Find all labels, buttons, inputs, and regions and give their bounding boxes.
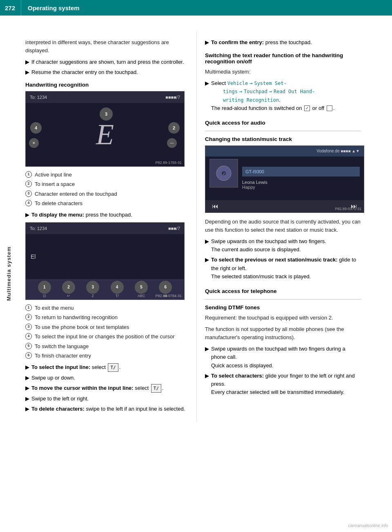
bullet-arrow-icon: ▶: [205, 345, 209, 353]
radio-top-text: Vodafone.de ■■■■ ▲▼: [316, 149, 360, 153]
bullet-arrow-icon: ▶: [205, 238, 209, 246]
hw-btn-x: ✕: [29, 138, 39, 148]
bullet-swipe-upwards: ▶ Swipe upwards on the touchpad with two…: [205, 237, 361, 254]
bullet-display-menu: ▶ To display the menu: press the touchpa…: [25, 211, 189, 219]
bullet-select-prev-next: ▶ To select the previous or next station…: [205, 256, 361, 280]
quick-access-audio-heading: Quick access for audio: [205, 120, 361, 126]
handwriting-image-2: To: 1234 ■■■/7 El 1 ⊡ 2 ↩ 3 Z: [25, 222, 185, 300]
num-item-1: 1 Active input line: [25, 171, 189, 179]
hw-btn-dash: —: [167, 138, 177, 148]
sidebar-label: Multimedia system: [6, 246, 12, 301]
bullet-arrow-icon: ▶: [25, 384, 29, 392]
bullet-swipe-up-down: ▶ Swipe up or down.: [25, 374, 189, 382]
radio-artist: Leona Lewis: [242, 180, 360, 185]
bullet-arrow-icon: ▶: [25, 69, 29, 76]
station-description: Depending on the audio source that is cu…: [205, 218, 361, 234]
num-item-2-5: 5 To switch the language: [25, 342, 189, 351]
bullet-character-suggestions: ▶ If character suggestions are shown, tu…: [25, 58, 189, 66]
handwriting-image-1: To: 1234 ■■■■/7 4 ✕ 3 E 2 — P82.89-1765-…: [25, 91, 185, 167]
radio-body: ♪ GT-I9300 Leona Lewis Happy: [205, 156, 364, 200]
hw-btn-4: 4: [30, 122, 42, 134]
inline-button-t1: T/: [108, 363, 118, 372]
num-item-4: 4 To delete characters: [25, 199, 189, 208]
quick-access-audio-section: Quick access for audio: [205, 120, 361, 131]
text-reader-section: Switching the text reader function of th…: [205, 52, 361, 112]
hw2-btn-5: 5: [135, 281, 148, 294]
radio-image-label: P82.89-0371-31: [335, 207, 361, 211]
checkbox-on: [304, 105, 310, 111]
num-item-2-6: 6 To finish character entry: [25, 352, 189, 360]
num-item-2-2: 2 To return to handwriting recognition: [25, 313, 189, 322]
svg-text:♪: ♪: [223, 170, 225, 176]
watermark: carmanualsonline.info: [348, 523, 388, 528]
inline-button-t2: T/: [151, 384, 161, 393]
changing-station-heading: Changing the station/music track: [205, 136, 361, 142]
bullet-select-menu-path: ▶ Select Vehicle → System Set- tings → T…: [205, 79, 361, 112]
radio-station-text: GT-I9300: [245, 169, 264, 174]
handwriting-heading: Handwriting recognition: [25, 82, 189, 88]
radio-album-art: ♪: [209, 159, 238, 188]
hw2-top-bar: To: 1234 ■■■/7: [26, 223, 184, 234]
hw2-btn-6: 6: [159, 281, 172, 294]
hw2-btn-2: 2: [62, 281, 75, 294]
main-content: interpreted in different ways, these cha…: [21, 31, 392, 422]
bullet-swipe-phone-call: ▶ Swipe upwards on the touchpad with two…: [205, 345, 361, 369]
sending-dtmf-section: Sending DTMF tones Requirement: the touc…: [205, 304, 361, 396]
quick-access-telephone-section: Quick access for telephone: [205, 288, 361, 300]
page-number: 272: [0, 0, 21, 16]
hw-btn-2: 2: [168, 122, 180, 134]
right-column: ▶ To confirm the entry: press the touchp…: [197, 31, 368, 422]
bullet-arrow-icon: ▶: [205, 80, 209, 87]
left-column: interpreted in different ways, these cha…: [21, 31, 197, 422]
hw-body: 4 ✕ 3 E 2 —: [26, 103, 184, 166]
page-title: Operating system: [21, 4, 80, 11]
bullet-arrow-icon: ▶: [205, 256, 209, 264]
hw-letter: E: [96, 118, 114, 152]
hw2-body: El: [26, 234, 184, 279]
hw2-btn-4: 4: [111, 281, 124, 294]
sidebar: Multimedia system: [0, 16, 17, 532]
checkbox-off: [327, 105, 332, 111]
radio-top-bar: Vodafone.de ■■■■ ▲▼: [205, 146, 364, 156]
num-item-2-3: 3 To use the phone book or text template…: [25, 323, 189, 331]
hw-left-buttons: 4 ✕: [26, 103, 46, 166]
num-item-2-1: 1 To exit the menu: [25, 304, 189, 312]
radio-info: GT-I9300 Leona Lewis Happy: [242, 159, 360, 198]
num-item-3: 3 Character entered on the touchpad: [25, 190, 189, 198]
bullet-arrow-icon: ▶: [25, 395, 29, 403]
bullet-arrow-icon: ▶: [25, 211, 29, 219]
bullet-arrow-icon: ▶: [205, 39, 209, 47]
num-item-2: 2 To insert a space: [25, 180, 189, 188]
dtmf-description: The function is not supported by all mob…: [205, 325, 361, 342]
audio-divider: [205, 131, 361, 131]
bullet-select-input-line: ▶ To select the input line: select T/.: [25, 363, 189, 372]
bullet-delete-chars: ▶ To delete characters: swipe to the lef…: [25, 405, 189, 413]
bullet-arrow-icon: ▶: [25, 405, 29, 413]
hw-btn-3: 3: [100, 107, 113, 121]
bullet-confirm-entry: ▶ To confirm the entry: press the touchp…: [205, 38, 361, 47]
hw-main-area: 3 E: [46, 103, 164, 166]
hw2-btn-1: 1: [38, 281, 51, 294]
changing-station-section: Changing the station/music track Vodafon…: [205, 136, 361, 281]
bullet-select-characters: ▶ To select characters: glide your finge…: [205, 372, 361, 396]
radio-image: Vodafone.de ■■■■ ▲▼ ♪ GT-I9300: [205, 145, 364, 213]
hw-image-label-1: P82.89-1765-31: [155, 161, 182, 165]
bullet-resume-character: ▶ Resume the character entry on the touc…: [25, 68, 189, 76]
sending-dtmf-heading: Sending DTMF tones: [205, 304, 361, 311]
radio-song: Happy: [242, 185, 360, 190]
header-bar: 272 Operating system: [0, 0, 392, 16]
text-reader-heading: Switching the text reader function of th…: [205, 52, 361, 65]
radio-station-bar: GT-I9300: [242, 167, 360, 177]
bullet-arrow-icon: ▶: [205, 372, 209, 380]
bullet-arrow-icon: ▶: [25, 58, 29, 66]
quick-access-telephone-heading: Quick access for telephone: [205, 288, 361, 294]
bullet-swipe-left-right: ▶ Swipe to the left or right.: [25, 395, 189, 403]
bullet-arrow-icon: ▶: [25, 364, 29, 371]
intro-text: interpreted in different ways, these cha…: [25, 38, 189, 55]
num-list-1: 1 Active input line 2 To insert a space …: [25, 171, 189, 208]
music-note-icon: ♪: [216, 165, 232, 181]
hw-right-buttons: 2 —: [164, 103, 184, 166]
bullet-move-cursor: ▶ To move the cursor within the input li…: [25, 384, 189, 393]
bullet-arrow-icon: ▶: [25, 374, 29, 382]
num-list-2: 1 To exit the menu 2 To return to handwr…: [25, 304, 189, 360]
